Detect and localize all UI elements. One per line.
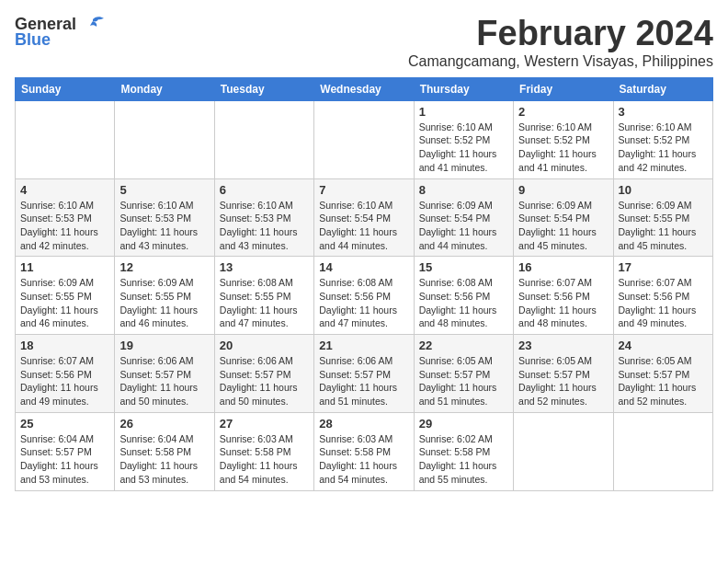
day-cell: 16Sunrise: 6:07 AM Sunset: 5:56 PM Dayli… bbox=[514, 257, 613, 335]
column-header-monday: Monday bbox=[115, 77, 214, 100]
day-cell: 11Sunrise: 6:09 AM Sunset: 5:55 PM Dayli… bbox=[16, 257, 115, 335]
day-cell: 24Sunrise: 6:05 AM Sunset: 5:57 PM Dayli… bbox=[613, 335, 712, 413]
day-number: 11 bbox=[20, 260, 109, 274]
week-row-5: 25Sunrise: 6:04 AM Sunset: 5:57 PM Dayli… bbox=[16, 412, 713, 490]
day-cell: 28Sunrise: 6:03 AM Sunset: 5:58 PM Dayli… bbox=[314, 412, 414, 490]
logo: General Blue bbox=[15, 15, 106, 50]
day-cell: 26Sunrise: 6:04 AM Sunset: 5:58 PM Dayli… bbox=[115, 412, 214, 490]
day-cell: 3Sunrise: 6:10 AM Sunset: 5:52 PM Daylig… bbox=[613, 100, 712, 178]
day-detail: Sunrise: 6:06 AM Sunset: 5:57 PM Dayligh… bbox=[119, 354, 209, 408]
logo-bird-icon bbox=[80, 16, 106, 34]
day-cell: 7Sunrise: 6:10 AM Sunset: 5:54 PM Daylig… bbox=[314, 178, 414, 257]
day-detail: Sunrise: 6:10 AM Sunset: 5:53 PM Dayligh… bbox=[119, 199, 209, 253]
day-number: 19 bbox=[119, 339, 209, 352]
day-number: 7 bbox=[319, 183, 408, 197]
day-detail: Sunrise: 6:10 AM Sunset: 5:52 PM Dayligh… bbox=[419, 121, 508, 175]
day-cell: 22Sunrise: 6:05 AM Sunset: 5:57 PM Dayli… bbox=[414, 335, 513, 413]
day-cell: 9Sunrise: 6:09 AM Sunset: 5:54 PM Daylig… bbox=[514, 178, 613, 257]
column-header-wednesday: Wednesday bbox=[314, 77, 414, 100]
week-row-4: 18Sunrise: 6:07 AM Sunset: 5:56 PM Dayli… bbox=[16, 335, 713, 413]
day-number: 15 bbox=[419, 260, 508, 274]
day-detail: Sunrise: 6:07 AM Sunset: 5:56 PM Dayligh… bbox=[619, 276, 708, 330]
day-cell: 19Sunrise: 6:06 AM Sunset: 5:57 PM Dayli… bbox=[115, 335, 214, 413]
day-detail: Sunrise: 6:04 AM Sunset: 5:57 PM Dayligh… bbox=[20, 432, 109, 487]
day-cell: 12Sunrise: 6:09 AM Sunset: 5:55 PM Dayli… bbox=[115, 257, 214, 335]
day-detail: Sunrise: 6:06 AM Sunset: 5:57 PM Dayligh… bbox=[220, 354, 309, 408]
day-cell bbox=[514, 412, 613, 490]
day-number: 12 bbox=[119, 260, 209, 274]
day-cell: 6Sunrise: 6:10 AM Sunset: 5:53 PM Daylig… bbox=[214, 178, 313, 257]
column-header-tuesday: Tuesday bbox=[214, 77, 313, 100]
day-number: 2 bbox=[518, 105, 608, 119]
calendar-title: February 2024 bbox=[408, 15, 713, 53]
day-number: 1 bbox=[419, 105, 508, 119]
page-header: General Blue February 2024 Camangcamang,… bbox=[15, 15, 713, 70]
day-detail: Sunrise: 6:10 AM Sunset: 5:54 PM Dayligh… bbox=[319, 199, 408, 253]
day-detail: Sunrise: 6:08 AM Sunset: 5:55 PM Dayligh… bbox=[220, 276, 309, 330]
day-detail: Sunrise: 6:10 AM Sunset: 5:53 PM Dayligh… bbox=[20, 199, 109, 253]
day-cell bbox=[115, 100, 214, 178]
day-detail: Sunrise: 6:03 AM Sunset: 5:58 PM Dayligh… bbox=[220, 432, 309, 487]
day-cell bbox=[613, 412, 712, 490]
day-detail: Sunrise: 6:05 AM Sunset: 5:57 PM Dayligh… bbox=[518, 354, 608, 408]
day-number: 17 bbox=[619, 260, 708, 274]
day-number: 18 bbox=[20, 339, 109, 352]
day-detail: Sunrise: 6:10 AM Sunset: 5:52 PM Dayligh… bbox=[619, 121, 708, 175]
day-cell: 4Sunrise: 6:10 AM Sunset: 5:53 PM Daylig… bbox=[16, 178, 115, 257]
day-cell: 27Sunrise: 6:03 AM Sunset: 5:58 PM Dayli… bbox=[214, 412, 313, 490]
day-cell: 17Sunrise: 6:07 AM Sunset: 5:56 PM Dayli… bbox=[613, 257, 712, 335]
day-detail: Sunrise: 6:04 AM Sunset: 5:58 PM Dayligh… bbox=[119, 432, 209, 487]
logo-blue: Blue bbox=[15, 30, 51, 50]
day-cell: 18Sunrise: 6:07 AM Sunset: 5:56 PM Dayli… bbox=[16, 335, 115, 413]
day-detail: Sunrise: 6:09 AM Sunset: 5:55 PM Dayligh… bbox=[119, 276, 209, 330]
day-cell: 2Sunrise: 6:10 AM Sunset: 5:52 PM Daylig… bbox=[514, 100, 613, 178]
day-number: 8 bbox=[419, 183, 508, 197]
column-header-thursday: Thursday bbox=[414, 77, 513, 100]
day-detail: Sunrise: 6:10 AM Sunset: 5:52 PM Dayligh… bbox=[518, 121, 608, 175]
column-header-friday: Friday bbox=[514, 77, 613, 100]
week-row-2: 4Sunrise: 6:10 AM Sunset: 5:53 PM Daylig… bbox=[16, 178, 713, 257]
calendar-table: SundayMondayTuesdayWednesdayThursdayFrid… bbox=[15, 77, 713, 491]
day-number: 21 bbox=[319, 339, 408, 352]
day-detail: Sunrise: 6:10 AM Sunset: 5:53 PM Dayligh… bbox=[220, 199, 309, 253]
day-number: 6 bbox=[220, 183, 309, 197]
day-number: 20 bbox=[220, 339, 309, 352]
week-row-3: 11Sunrise: 6:09 AM Sunset: 5:55 PM Dayli… bbox=[16, 257, 713, 335]
week-row-1: 1Sunrise: 6:10 AM Sunset: 5:52 PM Daylig… bbox=[16, 100, 713, 178]
day-detail: Sunrise: 6:08 AM Sunset: 5:56 PM Dayligh… bbox=[419, 276, 508, 330]
day-number: 5 bbox=[119, 183, 209, 197]
day-number: 3 bbox=[619, 105, 708, 119]
day-number: 23 bbox=[518, 339, 608, 352]
day-cell: 1Sunrise: 6:10 AM Sunset: 5:52 PM Daylig… bbox=[414, 100, 513, 178]
day-cell: 5Sunrise: 6:10 AM Sunset: 5:53 PM Daylig… bbox=[115, 178, 214, 257]
day-number: 10 bbox=[619, 183, 708, 197]
day-cell: 14Sunrise: 6:08 AM Sunset: 5:56 PM Dayli… bbox=[314, 257, 414, 335]
day-cell: 29Sunrise: 6:02 AM Sunset: 5:58 PM Dayli… bbox=[414, 412, 513, 490]
title-section: February 2024 Camangcamang, Western Visa… bbox=[408, 15, 713, 70]
day-number: 29 bbox=[419, 417, 508, 431]
day-detail: Sunrise: 6:09 AM Sunset: 5:55 PM Dayligh… bbox=[619, 199, 708, 253]
day-number: 28 bbox=[319, 417, 408, 431]
day-detail: Sunrise: 6:03 AM Sunset: 5:58 PM Dayligh… bbox=[319, 432, 408, 487]
day-number: 4 bbox=[20, 183, 109, 197]
day-cell: 23Sunrise: 6:05 AM Sunset: 5:57 PM Dayli… bbox=[514, 335, 613, 413]
day-cell: 10Sunrise: 6:09 AM Sunset: 5:55 PM Dayli… bbox=[613, 178, 712, 257]
day-number: 22 bbox=[419, 339, 508, 352]
day-number: 16 bbox=[518, 260, 608, 274]
day-detail: Sunrise: 6:09 AM Sunset: 5:55 PM Dayligh… bbox=[20, 276, 109, 330]
day-detail: Sunrise: 6:08 AM Sunset: 5:56 PM Dayligh… bbox=[319, 276, 408, 330]
day-cell: 8Sunrise: 6:09 AM Sunset: 5:54 PM Daylig… bbox=[414, 178, 513, 257]
day-cell bbox=[16, 100, 115, 178]
day-cell: 21Sunrise: 6:06 AM Sunset: 5:57 PM Dayli… bbox=[314, 335, 414, 413]
day-cell: 20Sunrise: 6:06 AM Sunset: 5:57 PM Dayli… bbox=[214, 335, 313, 413]
day-number: 26 bbox=[119, 417, 209, 431]
day-detail: Sunrise: 6:09 AM Sunset: 5:54 PM Dayligh… bbox=[419, 199, 508, 253]
day-number: 14 bbox=[319, 260, 408, 274]
day-number: 9 bbox=[518, 183, 608, 197]
day-detail: Sunrise: 6:09 AM Sunset: 5:54 PM Dayligh… bbox=[518, 199, 608, 253]
column-header-saturday: Saturday bbox=[613, 77, 712, 100]
day-detail: Sunrise: 6:05 AM Sunset: 5:57 PM Dayligh… bbox=[619, 354, 708, 408]
day-detail: Sunrise: 6:05 AM Sunset: 5:57 PM Dayligh… bbox=[419, 354, 508, 408]
header-row: SundayMondayTuesdayWednesdayThursdayFrid… bbox=[16, 77, 713, 100]
day-number: 25 bbox=[20, 417, 109, 431]
